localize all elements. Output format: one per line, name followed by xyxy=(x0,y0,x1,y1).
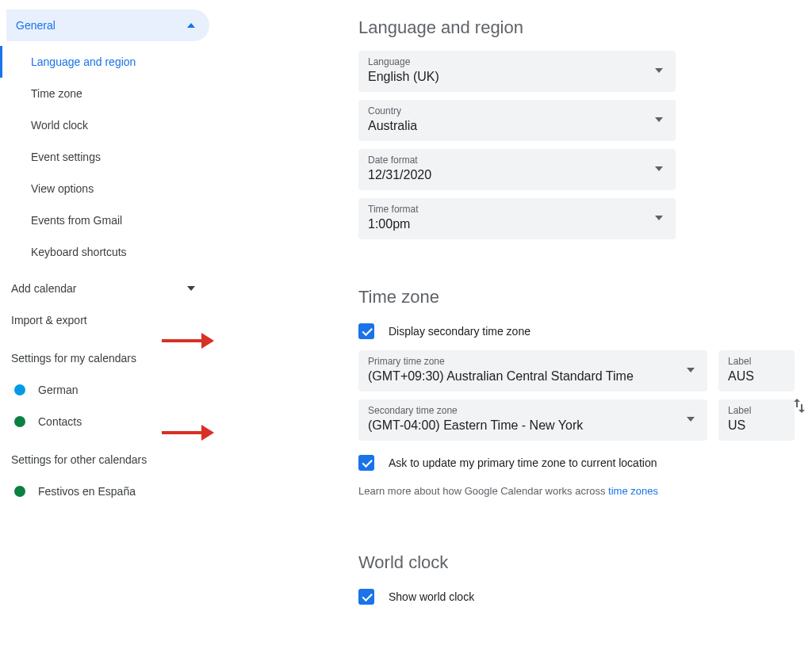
sidebar-item-event-settings[interactable]: Event settings xyxy=(0,141,209,173)
sidebar-section-my-calendars: Settings for my calendars xyxy=(6,336,209,374)
chevron-down-icon xyxy=(655,117,663,122)
sidebar-item-import-export[interactable]: Import & export xyxy=(6,304,209,336)
secondary-timezone-select[interactable]: Secondary time zone (GMT-04:00) Eastern … xyxy=(358,399,707,441)
sidebar-calendar-festivos[interactable]: Festivos en España xyxy=(6,475,209,507)
sidebar-section-other-calendars: Settings for other calendars xyxy=(6,437,209,475)
sidebar-item-language-and-region[interactable]: Language and region xyxy=(0,46,209,78)
ask-update-timezone-label: Ask to update my primary time zone to cu… xyxy=(389,456,657,469)
sidebar-section-label: General xyxy=(16,19,56,32)
sidebar-item-keyboard-shortcuts[interactable]: Keyboard shortcuts xyxy=(0,236,209,268)
sidebar-item-time-zone[interactable]: Time zone xyxy=(0,78,209,109)
show-world-clock-label: Show world clock xyxy=(389,590,474,603)
chevron-down-icon xyxy=(655,166,663,171)
secondary-timezone-label-input[interactable]: Label US xyxy=(718,399,795,441)
time-zones-link[interactable]: time zones xyxy=(608,485,658,497)
sidebar-item-add-calendar[interactable]: Add calendar xyxy=(6,273,209,304)
calendar-color-dot xyxy=(14,384,25,395)
sidebar-calendar-contacts[interactable]: Contacts xyxy=(6,406,209,437)
sidebar-calendar-german[interactable]: German xyxy=(6,374,209,406)
calendar-color-dot xyxy=(14,486,25,497)
ask-update-timezone-checkbox[interactable] xyxy=(358,455,374,471)
display-secondary-timezone-label: Display secondary time zone xyxy=(389,325,530,338)
chevron-down-icon xyxy=(687,368,695,372)
section-title-world-clock: World clock xyxy=(358,552,795,573)
calendar-color-dot xyxy=(14,416,25,427)
settings-main: Language and region Language English (UK… xyxy=(222,6,812,616)
sidebar-item-world-clock[interactable]: World clock xyxy=(0,109,209,141)
date-format-select[interactable]: Date format 12/31/2020 xyxy=(358,149,676,190)
time-format-select[interactable]: Time format 1:00pm xyxy=(358,198,676,239)
chevron-down-icon xyxy=(655,216,663,220)
settings-sidebar: General Language and region Time zone Wo… xyxy=(0,6,222,616)
chevron-down-icon xyxy=(687,417,695,422)
swap-vert-icon xyxy=(790,396,809,415)
chevron-down-icon xyxy=(655,68,663,73)
section-title-time-zone: Time zone xyxy=(358,287,795,307)
language-select[interactable]: Language English (UK) xyxy=(358,51,676,92)
chevron-down-icon xyxy=(187,286,195,291)
timezone-learn-more: Learn more about how Google Calendar wor… xyxy=(358,482,795,497)
section-title-language-region: Language and region xyxy=(358,17,795,38)
sidebar-section-general[interactable]: General xyxy=(6,10,209,41)
country-select[interactable]: Country Australia xyxy=(358,100,676,141)
show-world-clock-checkbox[interactable] xyxy=(358,589,374,605)
primary-timezone-select[interactable]: Primary time zone (GMT+09:30) Australian… xyxy=(358,350,707,391)
sidebar-item-events-from-gmail[interactable]: Events from Gmail xyxy=(0,204,209,236)
chevron-up-icon xyxy=(187,23,195,28)
display-secondary-timezone-checkbox[interactable] xyxy=(358,323,374,339)
swap-timezones-button[interactable] xyxy=(790,396,809,418)
primary-timezone-label-input[interactable]: Label AUS xyxy=(718,350,795,391)
sidebar-general-items: Language and region Time zone World cloc… xyxy=(6,41,209,273)
sidebar-item-view-options[interactable]: View options xyxy=(0,173,209,204)
